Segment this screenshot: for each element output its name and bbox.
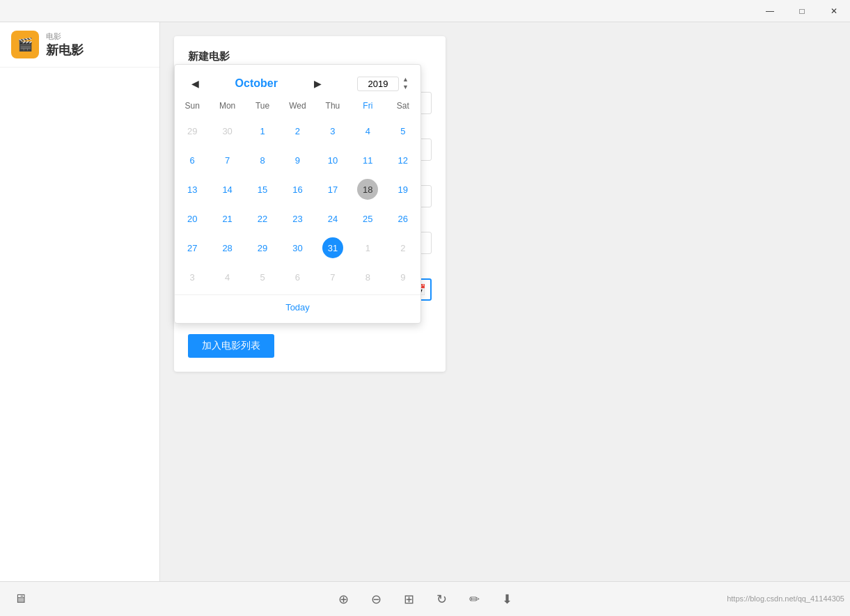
calendar-grid: Sun Mon Tue Wed Thu Fri Sat 293012345678…	[175, 98, 420, 292]
calendar-day[interactable]: 2	[280, 116, 315, 145]
calendar-day[interactable]: 18	[350, 175, 385, 204]
calendar-day: 1	[350, 233, 385, 262]
calendar-day[interactable]: 12	[386, 145, 420, 175]
calendar-day[interactable]: 16	[280, 175, 315, 204]
calendar-day[interactable]: 24	[315, 204, 350, 233]
calendar-day[interactable]: 19	[386, 175, 420, 204]
calendar-month-label: October	[235, 77, 278, 90]
next-month-button[interactable]: ▶	[308, 77, 327, 90]
calendar-day[interactable]: 27	[175, 233, 210, 262]
header-sun: Sun	[175, 98, 210, 116]
calendar-day[interactable]: 14	[210, 175, 244, 204]
title-bar: — □ ✕	[0, 0, 850, 22]
calendar-day: 6	[280, 262, 315, 292]
app-icon: 🎬	[11, 31, 39, 58]
calendar-day[interactable]: 30	[280, 233, 315, 262]
calendar-day[interactable]: 21	[210, 204, 244, 233]
calendar-day[interactable]: 1	[245, 116, 280, 145]
calendar-day[interactable]: 15	[245, 175, 280, 204]
app-title: 新电影	[46, 42, 84, 58]
calendar-day[interactable]: 11	[350, 145, 385, 175]
header-sat: Sat	[386, 98, 420, 116]
calendar-day[interactable]: 5	[386, 116, 420, 145]
calendar-day[interactable]: 3	[315, 116, 350, 145]
calendar-day[interactable]: 25	[350, 204, 385, 233]
header-wed: Wed	[280, 98, 315, 116]
calendar-day: 30	[210, 116, 244, 145]
app-header: 🎬 电影 新电影	[0, 22, 159, 67]
year-up-button[interactable]: ▲	[402, 76, 409, 84]
calendar-day[interactable]: 17	[315, 175, 350, 204]
calendar-day: 3	[175, 262, 210, 292]
monitor-button[interactable]: 🖥	[11, 589, 29, 609]
calendar-day[interactable]: 26	[386, 204, 420, 233]
calendar-day[interactable]: 9	[280, 145, 315, 175]
refresh-button[interactable]: ↻	[434, 589, 450, 610]
app-subtitle: 电影	[46, 31, 84, 42]
url-text: https://blog.csdn.net/qq_41144305	[727, 594, 844, 603]
calendar-day: 4	[210, 262, 244, 292]
calendar-day: 2	[386, 233, 420, 262]
year-arrows: ▲ ▼	[402, 76, 409, 91]
zoom-out-button[interactable]: ⊖	[368, 589, 384, 610]
calendar-day[interactable]: 28	[210, 233, 244, 262]
year-selector: ▲ ▼	[357, 76, 409, 91]
calendar-day[interactable]: 31	[315, 233, 350, 262]
minimize-button[interactable]: —	[754, 0, 786, 22]
film-icon: 🎬	[17, 37, 33, 52]
monitor-icon-wrapper: 🖥	[11, 581, 29, 616]
calendar-day: 7	[315, 262, 350, 292]
calendar-day: 5	[245, 262, 280, 292]
app-title-block: 电影 新电影	[46, 31, 84, 58]
maximize-button[interactable]: □	[786, 0, 818, 22]
header-mon: Mon	[210, 98, 244, 116]
calendar-day[interactable]: 23	[280, 204, 315, 233]
calendar-header: ◀ October ▶ ▲ ▼	[175, 72, 420, 95]
calendar-day[interactable]: 7	[210, 145, 244, 175]
zoom-in-button[interactable]: ⊕	[336, 589, 352, 610]
grid-button[interactable]: ⊞	[401, 589, 417, 610]
calendar-day: 29	[175, 116, 210, 145]
calendar-day: 8	[350, 262, 385, 292]
calendar-footer: Today	[175, 294, 420, 316]
main-content: 新建电影 名称 导演 主演 票价 上映时间 📅	[160, 22, 850, 581]
calendar-day[interactable]: 22	[245, 204, 280, 233]
calendar-day[interactable]: 29	[245, 233, 280, 262]
prev-month-button[interactable]: ◀	[186, 77, 205, 90]
close-button[interactable]: ✕	[818, 0, 850, 22]
panel-divider	[0, 67, 159, 68]
submit-button[interactable]: 加入电影列表	[188, 334, 274, 358]
calendar-day: 9	[386, 262, 420, 292]
calendar-popup: ◀ October ▶ ▲ ▼ Sun Mon Tue Wed Thu	[174, 64, 421, 324]
calendar-day[interactable]: 13	[175, 175, 210, 204]
header-tue: Tue	[245, 98, 280, 116]
edit-button[interactable]: ✏	[466, 589, 482, 610]
calendar-day[interactable]: 8	[245, 145, 280, 175]
header-thu: Thu	[315, 98, 350, 116]
form-panel-title: 新建电影	[188, 50, 432, 63]
calendar-day[interactable]: 20	[175, 204, 210, 233]
bottom-url: https://blog.csdn.net/qq_41144305	[727, 581, 844, 616]
year-input[interactable]	[357, 77, 399, 91]
calendar-day[interactable]: 10	[315, 145, 350, 175]
header-fri: Fri	[350, 98, 385, 116]
calendar-day[interactable]: 6	[175, 145, 210, 175]
today-button[interactable]: Today	[285, 302, 310, 313]
bottom-bar: 🖥 ⊕ ⊖ ⊞ ↻ ✏ ⬇	[0, 581, 850, 616]
left-panel: 🎬 电影 新电影	[0, 22, 160, 581]
year-down-button[interactable]: ▼	[402, 84, 409, 91]
calendar-day[interactable]: 4	[350, 116, 385, 145]
download-button[interactable]: ⬇	[499, 589, 515, 610]
